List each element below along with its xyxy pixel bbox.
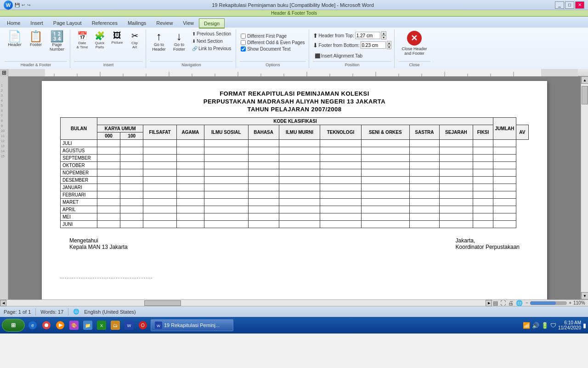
tray-network-icon[interactable]: 📶: [523, 322, 530, 329]
system-clock[interactable]: 6:10 AM 11/24/2020: [558, 320, 581, 330]
scroll-right-button[interactable]: ▶: [486, 300, 492, 306]
title-bar: W 💾 ↩ ↪ 19 Rekapitulasi Peminjaman buku …: [0, 0, 588, 10]
date-time-icon: 📅: [77, 31, 87, 41]
normal-view-button[interactable]: ▤: [492, 300, 499, 306]
tab-view[interactable]: View: [178, 17, 199, 28]
clock-time: 6:10 AM: [558, 320, 581, 325]
insert-alignment-tab-button[interactable]: ⬛ Insert Alignment Tab: [313, 52, 392, 59]
header-from-top-input[interactable]: [355, 32, 380, 39]
taskbar-folder-icon[interactable]: 🗂: [109, 319, 121, 331]
start-button[interactable]: ⊞: [2, 319, 25, 332]
options-group-label: Options: [240, 61, 305, 67]
prev-section-icon: ⬆: [192, 31, 196, 36]
next-section-button[interactable]: ⬇ Next Section: [190, 38, 233, 45]
taskbar-paint-icon[interactable]: 🎨: [68, 319, 80, 331]
previous-section-button[interactable]: ⬆ Previous Section: [190, 30, 233, 37]
show-desktop-icon[interactable]: ▮: [583, 322, 586, 329]
header-from-top-label: Header from Top:: [319, 33, 354, 38]
clip-art-button[interactable]: ✂ ClipArt: [126, 29, 143, 51]
tab-mailings[interactable]: Mailings: [123, 17, 151, 28]
tab-home[interactable]: Home: [2, 17, 25, 28]
vertical-scrollbar[interactable]: ▲ ▼: [581, 76, 588, 299]
horizontal-scrollbar[interactable]: ◀ ▶ ▤ ⛶ 🖨 🌐 − + 110%: [0, 299, 588, 306]
page-number-label: PageNumber: [50, 42, 64, 52]
taskbar-ie-icon[interactable]: e: [27, 319, 39, 331]
diff-first-page-input[interactable]: [241, 34, 246, 39]
link-icon: 🔗: [192, 46, 198, 51]
date-time-button[interactable]: 📅 Date& Time: [74, 29, 90, 51]
footer-button[interactable]: 📋 Footer: [26, 29, 46, 48]
taskbar-excel-icon[interactable]: X: [96, 319, 107, 331]
quick-access-redo[interactable]: ↪: [27, 3, 31, 7]
language-indicator: 🌐: [73, 309, 79, 315]
header-button[interactable]: 📄 Header: [5, 29, 25, 48]
scroll-thumb[interactable]: [582, 86, 588, 104]
footer-from-bottom-arrows[interactable]: ▲ ▼: [387, 41, 392, 49]
taskbar-word-icon[interactable]: W: [123, 319, 135, 331]
document-scroll[interactable]: FORMAT REKAPITULASI PEMINJAMAN KOLEKSI P…: [8, 76, 581, 299]
diff-odd-even-checkbox[interactable]: Different Odd & Even Pages: [240, 40, 305, 46]
ribbon-tabs: Home Insert Page Layout References Maili…: [0, 17, 588, 28]
quick-access-undo[interactable]: ↩: [22, 3, 25, 7]
seni-orkes-header: SENI & ORKES: [361, 125, 410, 140]
link-to-previous-button[interactable]: 🔗 Link to Previous: [190, 45, 233, 52]
taskbar-media-icon[interactable]: [54, 319, 66, 331]
tray-sound-icon[interactable]: 🔊: [532, 322, 539, 329]
status-bar: Page: 1 of 1 Words: 17 🌐 English (United…: [0, 306, 588, 317]
h-scroll-thumb[interactable]: [144, 300, 181, 306]
svg-text:O: O: [141, 323, 145, 328]
maximize-button[interactable]: □: [565, 1, 574, 9]
tray-security-icon[interactable]: 🛡: [550, 322, 556, 329]
print-layout-button[interactable]: 🖨: [507, 300, 514, 306]
h-scroll-track[interactable]: [6, 300, 486, 306]
alignment-icon: ⬛: [315, 53, 320, 58]
tab-references[interactable]: References: [87, 17, 123, 28]
zoom-level: 110%: [573, 300, 588, 305]
quick-parts-button[interactable]: 🧩 QuickParts: [91, 29, 108, 51]
show-doc-text-checkbox[interactable]: Show Document Text: [240, 46, 305, 52]
close-button[interactable]: ✕: [575, 1, 584, 9]
header-from-top-arrows[interactable]: ▲ ▼: [381, 31, 386, 40]
diff-odd-even-input[interactable]: [241, 40, 246, 45]
quick-access-save[interactable]: 💾: [15, 3, 20, 7]
kode-klasifikasi-header: KODE KLASIFIKASI: [97, 118, 493, 125]
taskbar-chrome-icon[interactable]: [40, 319, 52, 331]
page-number-button[interactable]: 🔢 PageNumber: [47, 29, 67, 53]
scroll-track[interactable]: [581, 84, 588, 292]
scroll-up-button[interactable]: ▲: [581, 76, 588, 84]
go-to-footer-button[interactable]: ↓ Go toFooter: [170, 29, 188, 53]
header-up-arrow[interactable]: ▲: [381, 31, 386, 35]
tab-page-layout[interactable]: Page Layout: [48, 17, 87, 28]
mengetahui-label: Mengetahui: [69, 237, 128, 244]
taskbar-files-icon[interactable]: 📁: [82, 319, 94, 331]
footer-down-arrow[interactable]: ▼: [387, 45, 392, 49]
table-row: JANUARI: [61, 184, 529, 191]
taskbar-active-app[interactable]: W 19 Rekapitulasi Peminj...: [151, 319, 233, 331]
footer-right: Jakarta, Koordinator Perpustakaan: [456, 237, 520, 250]
full-screen-button[interactable]: ⛶: [499, 300, 507, 306]
zoom-slider[interactable]: [530, 301, 567, 305]
close-header-footer-button[interactable]: ✕ Close Headerand Footer: [398, 29, 430, 57]
diff-first-page-checkbox[interactable]: Different First Page: [240, 33, 305, 39]
zoom-minus-button[interactable]: −: [526, 300, 528, 305]
view-buttons: ▤ ⛶ 🖨 🌐: [492, 300, 524, 306]
tab-insert[interactable]: Insert: [25, 17, 48, 28]
scroll-down-button[interactable]: ▼: [581, 292, 588, 299]
tab-design[interactable]: Design: [199, 18, 225, 29]
web-layout-button[interactable]: 🌐: [515, 300, 524, 306]
go-to-header-button[interactable]: ↑ Go toHeader: [150, 29, 168, 53]
header-down-arrow[interactable]: ▼: [381, 35, 386, 40]
teknologi-header: TEKNOLOGI: [320, 125, 361, 140]
tray-battery-icon[interactable]: 🔋: [541, 322, 548, 329]
zoom-plus-button[interactable]: +: [569, 300, 571, 305]
scroll-left-button[interactable]: ◀: [0, 300, 6, 306]
picture-button[interactable]: 🖼 Picture: [109, 29, 125, 46]
signature-line-left: [60, 278, 152, 278]
footer-from-bottom-input[interactable]: [361, 41, 386, 49]
table-row: MEI: [61, 213, 529, 221]
taskbar-opera-icon[interactable]: O: [137, 319, 149, 331]
show-doc-text-input[interactable]: [241, 46, 246, 52]
footer-up-arrow[interactable]: ▲: [387, 41, 392, 45]
tab-review[interactable]: Review: [151, 17, 178, 28]
minimize-button[interactable]: _: [555, 1, 564, 9]
